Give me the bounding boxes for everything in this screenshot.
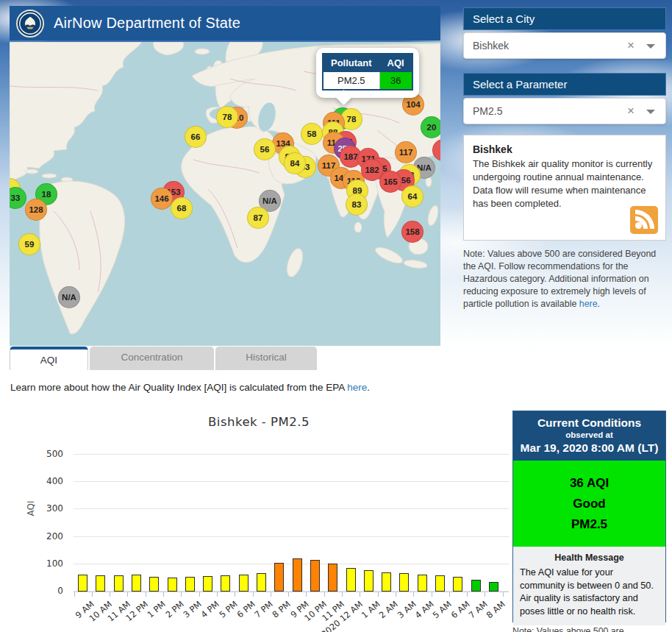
map-marker[interactable]: 64	[401, 185, 423, 207]
x-tick-label: 4 PM	[199, 599, 221, 620]
chart-bar[interactable]	[132, 575, 141, 592]
gridline	[74, 508, 509, 509]
city-select[interactable]: Bishkek ×	[463, 32, 666, 59]
learn-more-text: Learn more about how the Air Quality Ind…	[10, 382, 370, 393]
page-title: AirNow Department of State	[54, 15, 240, 32]
map-marker[interactable]: 56	[254, 138, 276, 160]
map-marker[interactable]: 59	[18, 233, 40, 255]
chart-bar[interactable]	[489, 582, 498, 592]
chevron-down-icon[interactable]	[646, 110, 655, 114]
map-marker[interactable]: 20	[421, 116, 440, 138]
map-marker[interactable]: 83	[346, 193, 368, 216]
learn-more-here-link[interactable]: here	[347, 382, 367, 393]
map-marker[interactable]: 87	[247, 207, 269, 229]
current-conditions-panel: Current Conditions observed at Mar 19, 2…	[512, 411, 666, 622]
aqi-bar-chart: Bishkek - PM2.5 AQI 9 AM10 AM11 AM12 PM1…	[10, 409, 518, 632]
map-marker[interactable]: 128	[25, 199, 47, 221]
rss-feed-icon[interactable]	[630, 206, 658, 234]
observed-at-label: observed at	[516, 430, 662, 439]
map-marker[interactable]	[432, 139, 440, 161]
x-tick	[378, 592, 379, 597]
chart-bar[interactable]	[96, 575, 105, 592]
chart-bar[interactable]	[382, 572, 391, 592]
chart-bar[interactable]	[257, 573, 266, 592]
city-info-box: Bishkek The Bishkek air quality monitor …	[463, 135, 666, 241]
bottom-note-text: Note: Values above 500 are considered Be…	[512, 626, 661, 632]
x-tick-label: 1 AM	[360, 599, 382, 620]
chart-bar[interactable]	[239, 575, 249, 592]
aqi-summary-block: 36 AQI Good PM2.5	[513, 461, 665, 547]
x-tick	[271, 592, 271, 597]
map-marker[interactable]: 158	[401, 221, 423, 243]
x-tick	[217, 592, 218, 597]
tab-concentration[interactable]: Concentration	[90, 347, 214, 370]
chart-bar[interactable]	[293, 558, 302, 592]
chart-bar[interactable]	[435, 575, 445, 592]
current-conditions-header: Current Conditions observed at Mar 19, 2…	[513, 411, 665, 461]
chart-bar[interactable]	[168, 578, 177, 592]
x-tick	[503, 592, 504, 597]
y-tick-label: 100	[31, 558, 63, 569]
city-info-title: Bishkek	[473, 143, 657, 157]
tab-historical[interactable]: Historical	[215, 347, 317, 370]
chart-bar[interactable]	[471, 580, 481, 592]
chart-plot-area	[74, 455, 509, 592]
map-marker[interactable]: 165	[379, 171, 401, 193]
x-tick-label: 8 PM	[271, 599, 293, 620]
x-tick	[432, 592, 432, 597]
map-marker[interactable]: 84	[284, 152, 306, 174]
note-text: Note: Values above 500 are considered Be…	[463, 249, 656, 309]
x-tick	[110, 592, 110, 597]
chart-bar[interactable]	[310, 560, 320, 592]
gridline	[74, 536, 509, 537]
x-tick-label: 2 AM	[377, 599, 400, 620]
x-tick-label: 4 AM	[413, 599, 436, 620]
app-header: AirNow Department of State	[10, 6, 440, 40]
chart-bar[interactable]	[328, 564, 337, 592]
x-tick	[181, 592, 182, 597]
popup-pollutant-value: PM2.5	[323, 72, 379, 90]
chart-bar[interactable]	[399, 573, 409, 592]
map-marker[interactable]: 33	[10, 187, 26, 209]
aqi-category: Good	[513, 494, 665, 514]
tab-aqi[interactable]: AQI	[10, 347, 88, 370]
chevron-down-icon[interactable]	[646, 44, 655, 49]
chart-bar[interactable]	[453, 577, 462, 592]
chart-bar[interactable]	[78, 575, 87, 592]
chart-bar[interactable]	[418, 575, 427, 592]
x-tick-label: 3 AM	[395, 599, 418, 620]
map-marker[interactable]: 66	[185, 126, 207, 148]
parameter-select[interactable]: PM2.5 ×	[463, 98, 666, 124]
chart-bar[interactable]	[149, 577, 159, 592]
map-marker[interactable]: 58	[301, 123, 323, 145]
map-marker[interactable]: 146	[151, 188, 173, 210]
parameter-clear-icon[interactable]: ×	[627, 99, 635, 124]
x-tick	[467, 592, 468, 597]
chart-title: Bishkek - PM2.5	[10, 415, 507, 429]
chart-bar[interactable]	[114, 575, 124, 592]
chart-bar[interactable]	[274, 563, 284, 592]
chart-x-axis: 9 AM10 AM11 AM12 PM1 PM2 PM3 PM4 PM5 PM6…	[74, 592, 509, 632]
chart-bar[interactable]	[364, 570, 373, 592]
y-tick-label: 300	[31, 503, 63, 514]
y-tick-label: 200	[31, 531, 63, 542]
city-clear-icon[interactable]: ×	[627, 33, 635, 58]
chart-bar[interactable]	[203, 576, 212, 592]
chart-bar[interactable]	[185, 577, 195, 592]
gridline	[74, 454, 509, 455]
world-aqi-map[interactable]: 331812859N/A6615368146110781345687538458…	[10, 42, 440, 346]
note-here-link[interactable]: here	[579, 299, 598, 309]
chart-bar[interactable]	[346, 568, 356, 592]
x-tick-label: 7 AM	[467, 599, 490, 620]
x-tick	[324, 592, 325, 597]
map-marker[interactable]: 117	[395, 141, 417, 163]
x-tick	[342, 592, 343, 597]
chart-bar[interactable]	[221, 575, 230, 592]
map-marker[interactable]: 78	[216, 106, 238, 128]
parameter-select-value: PM2.5	[473, 105, 502, 117]
page: { "header": { "title": "AirNow Departmen…	[0, 0, 672, 632]
map-marker[interactable]: N/A	[58, 286, 80, 308]
map-marker[interactable]: 68	[171, 197, 193, 219]
select-city-header: Select a City	[463, 7, 666, 30]
popup-col-aqi: AQI	[379, 54, 412, 72]
